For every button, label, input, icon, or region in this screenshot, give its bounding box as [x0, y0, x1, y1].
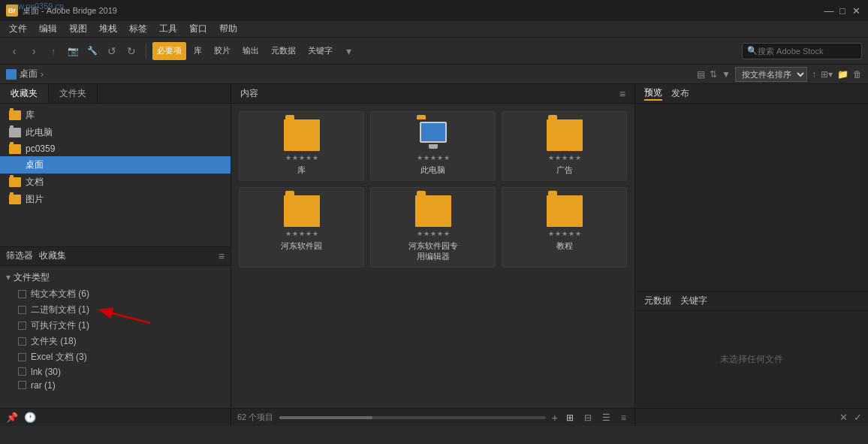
- grid-item-library[interactable]: ★ ★ ★ ★ ★ 库: [239, 111, 364, 181]
- grid-item-stars-hedong: ★ ★ ★ ★ ★: [285, 230, 318, 237]
- view-medium-button[interactable]: ⊟: [582, 412, 594, 423]
- star-3: ★: [562, 154, 568, 162]
- tab-publish[interactable]: 发布: [671, 87, 689, 100]
- filter-item-lnk[interactable]: lnk (30): [0, 365, 231, 379]
- tab-filmstrip[interactable]: 胶片: [209, 42, 235, 60]
- tab-metadata[interactable]: 元数据: [267, 42, 300, 60]
- content-options-icon[interactable]: ≡: [619, 88, 625, 100]
- grid-item-icon-hedong: [284, 195, 320, 227]
- menu-item-edit[interactable]: 编辑: [33, 21, 63, 37]
- search-input[interactable]: [758, 47, 855, 56]
- more-tabs-button[interactable]: ▾: [340, 43, 357, 59]
- refine-button[interactable]: 🔧: [84, 43, 101, 59]
- menu-item-view[interactable]: 视图: [63, 21, 93, 37]
- grid-item-hedong[interactable]: ★ ★ ★ ★ ★ 河东软件园: [239, 187, 364, 267]
- filter-item-binary[interactable]: 二进制文档 (1): [0, 302, 231, 318]
- filter-options-icon[interactable]: ▼: [722, 69, 731, 80]
- filter-label-excel: Excel 文档 (3): [31, 351, 87, 364]
- filter-item-plaintext[interactable]: 纯文本文档 (6): [0, 286, 231, 302]
- filter-checkbox-executable[interactable]: [18, 322, 26, 330]
- content-grid: ★ ★ ★ ★ ★ 库 ★ ★ ★: [231, 104, 634, 408]
- progress-bar: [279, 416, 546, 419]
- tab-keyword[interactable]: 关键字: [303, 42, 337, 60]
- tab-filter[interactable]: 筛选器: [6, 249, 33, 262]
- pin-icon[interactable]: 📌: [6, 412, 18, 423]
- filter-checkbox-excel[interactable]: [18, 353, 26, 361]
- star-5: ★: [444, 154, 450, 162]
- camera-icon-button[interactable]: 📷: [65, 43, 81, 59]
- filter-checkbox-binary[interactable]: [18, 306, 26, 314]
- folder-icon-pc0359: [9, 144, 21, 154]
- filter-checkbox-rar[interactable]: [18, 381, 26, 389]
- filter-item-folder[interactable]: 文件夹 (18): [0, 334, 231, 349]
- tab-keywords[interactable]: 关键字: [680, 294, 707, 307]
- add-items-icon[interactable]: +: [552, 412, 558, 424]
- history-icon[interactable]: 🕐: [24, 412, 36, 423]
- folder-item-pc[interactable]: 此电脑: [0, 124, 231, 141]
- folder-item-pc0359[interactable]: pc0359: [0, 141, 231, 156]
- right-panel-bottom: 元数据 关键字 未选择任何文件 ✕ ✓: [635, 291, 868, 426]
- filter-item-executable[interactable]: 可执行文件 (1): [0, 318, 231, 334]
- grid-item-ads[interactable]: ★ ★ ★ ★ ★ 广告: [502, 111, 627, 181]
- meta-cancel-button[interactable]: ✕: [839, 412, 848, 423]
- maximize-button[interactable]: □: [836, 5, 848, 17]
- filter-icon[interactable]: ▤: [697, 69, 705, 80]
- menu-item-label[interactable]: 标签: [123, 21, 153, 37]
- grid-item-label-ads: 广告: [556, 165, 573, 176]
- grid-item-mypc[interactable]: ★ ★ ★ ★ ★ 此电脑: [370, 111, 496, 181]
- delete-icon[interactable]: 🗑: [853, 69, 862, 80]
- menu-item-file[interactable]: 文件: [3, 21, 33, 37]
- folder-item-desktop[interactable]: 桌面: [0, 156, 231, 174]
- menu-item-window[interactable]: 窗口: [183, 21, 213, 37]
- star-1: ★: [285, 154, 291, 162]
- menu-item-help[interactable]: 帮助: [213, 21, 243, 37]
- folder-label-docs: 文档: [26, 176, 44, 189]
- tab-favorites[interactable]: 收藏夹: [0, 84, 49, 103]
- star-3: ★: [562, 230, 568, 237]
- meta-empty-label: 未选择任何文件: [720, 353, 783, 366]
- breadcrumb-label[interactable]: 桌面: [20, 68, 38, 80]
- meta-confirm-button[interactable]: ✓: [854, 412, 862, 423]
- minimize-button[interactable]: —: [823, 5, 835, 17]
- new-folder-icon[interactable]: 📁: [837, 69, 848, 80]
- folder-item-docs[interactable]: 文档: [0, 174, 231, 191]
- sort-asc-icon[interactable]: ↑: [812, 69, 816, 80]
- rotate-left-button[interactable]: ↺: [104, 43, 120, 59]
- breadcrumb-bar: 桌面 › ▤ ⇅ ▼ 按文件名排序 按日期排序 按大小排序 按类型排序 ↑ ⊞▾…: [0, 65, 868, 84]
- tab-essential[interactable]: 必要项: [152, 42, 186, 60]
- grid-item-hedong-editor[interactable]: ★ ★ ★ ★ ★ 河东软件园专用编辑器: [370, 187, 496, 267]
- view-options-icon[interactable]: ⊞▾: [821, 69, 833, 80]
- nav-back-button[interactable]: ‹: [6, 43, 23, 59]
- filter-checkbox-plaintext[interactable]: [18, 290, 26, 298]
- folder-item-pics[interactable]: 图片: [0, 191, 231, 208]
- grid-item-stars-library: ★ ★ ★ ★ ★: [285, 154, 318, 162]
- filter-options-button[interactable]: ≡: [219, 250, 225, 262]
- close-button[interactable]: ✕: [850, 5, 862, 17]
- search-box[interactable]: 🔍: [742, 43, 862, 59]
- filter-checkbox-folder[interactable]: [18, 337, 26, 346]
- filter-item-excel[interactable]: Excel 文档 (3): [0, 349, 231, 365]
- nav-up-button[interactable]: ↑: [45, 43, 62, 59]
- view-list-button[interactable]: ☰: [600, 412, 613, 423]
- tab-folders[interactable]: 文件夹: [49, 84, 98, 103]
- tab-collection[interactable]: 收藏集: [39, 249, 66, 262]
- tab-preview[interactable]: 预览: [644, 86, 662, 101]
- filter-checkbox-lnk[interactable]: [18, 367, 26, 376]
- tab-meta[interactable]: 元数据: [644, 294, 671, 307]
- menu-item-tools[interactable]: 工具: [153, 21, 183, 37]
- rotate-right-button[interactable]: ↻: [123, 43, 140, 59]
- app-icon: Br: [6, 5, 18, 17]
- filter-section-filetype[interactable]: ▾ 文件类型: [0, 269, 231, 286]
- grid-item-tutorial[interactable]: ★ ★ ★ ★ ★ 教程: [502, 187, 627, 267]
- star-3: ★: [299, 154, 305, 162]
- tab-library[interactable]: 库: [189, 42, 206, 60]
- filter-item-rar[interactable]: rar (1): [0, 379, 231, 392]
- view-details-button[interactable]: ≡: [619, 412, 628, 423]
- tab-output[interactable]: 输出: [238, 42, 264, 60]
- view-grid-button[interactable]: ⊞: [564, 412, 576, 423]
- sort-direction-icon[interactable]: ⇅: [710, 69, 717, 80]
- folder-item-library[interactable]: 库: [0, 107, 231, 124]
- nav-forward-button[interactable]: ›: [26, 43, 42, 59]
- menu-item-stack[interactable]: 堆栈: [93, 21, 123, 37]
- sort-select[interactable]: 按文件名排序 按日期排序 按大小排序 按类型排序: [735, 67, 807, 82]
